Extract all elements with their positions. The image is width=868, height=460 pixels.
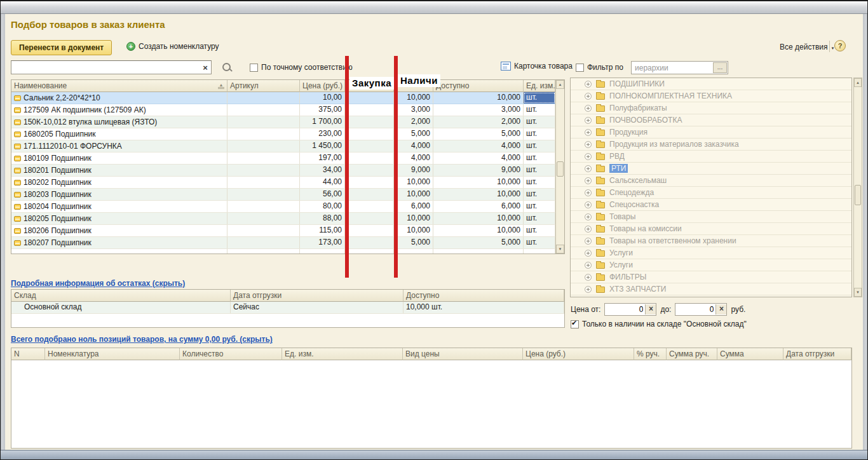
price-to-input[interactable] [675,305,715,314]
expand-icon[interactable] [585,81,592,88]
table-row[interactable]: 180203 Подшипник56,0010,00010,000шт. [11,189,555,201]
expand-icon[interactable] [585,250,592,257]
tree-item[interactable]: ПОЛНОКОМПЛЕКТНАЯ ТЕХНИКА [571,90,851,102]
expand-icon[interactable] [585,117,592,124]
tree-item[interactable]: Товары на ответственном хранении [571,235,851,247]
tree-item[interactable]: Спецоснастка [571,199,851,211]
scroll-up-button[interactable] [556,80,564,89]
expand-icon[interactable] [585,177,592,184]
expand-icon[interactable] [585,189,592,196]
table-row[interactable]: 180205 Подшипник88,0010,00010,000шт. [11,213,555,225]
column-header[interactable]: Доступно [403,290,564,302]
table-row[interactable]: 180202 Подшипник44,0010,00010,000шт. [11,177,555,189]
tree-item[interactable]: Продукция из материалов заказчика [571,139,851,151]
clear-price-icon[interactable] [645,304,656,315]
create-nomenclature-button[interactable]: + Создать номенклатуру [126,42,219,51]
column-header[interactable]: Ед. изм. [282,348,403,360]
tree-item[interactable]: ПОДШИПНИКИ [571,78,851,90]
tree-item[interactable]: РТИ [571,163,851,175]
ellipsis-button[interactable]: ... [713,62,727,73]
selection-summary-link[interactable]: Всего подобрано ноль позиций товаров, на… [11,335,273,344]
column-header[interactable]: Артикул [227,80,300,92]
tree-item[interactable]: РВД [571,151,851,163]
checkbox-icon[interactable] [250,64,258,72]
exact-match-checkbox[interactable]: По точному соответствию [250,63,353,72]
cell-available: 3,000 [433,104,524,116]
column-header[interactable]: Вид цены [403,348,523,360]
checkbox-checked-icon[interactable] [571,320,579,328]
tree-item[interactable]: Сальсксельмаш [571,175,851,187]
column-header[interactable]: N [11,348,45,360]
filter-by-checkbox[interactable]: Фильтр по [576,63,623,72]
tree-item[interactable]: Услуги [571,259,851,271]
table-row[interactable]: Сальник 2,2-20*42*1010,0010,00010,000шт. [11,92,555,104]
tree-item[interactable]: Услуги [571,247,851,259]
expand-icon[interactable] [585,226,592,233]
clear-search-icon[interactable] [200,63,211,72]
column-header[interactable]: Номенклатура [45,348,180,360]
column-header[interactable]: Ед. изм. [524,80,555,92]
table-row[interactable]: 171.1112010-01 ФОРСУНКА1 450,004,0004,00… [11,140,555,152]
column-header[interactable]: Цена (руб.) [300,80,345,92]
scrollbar-thumb[interactable] [557,161,564,177]
table-row[interactable]: 180204 Подшипник80,006,0006,000шт. [11,201,555,213]
clear-price-icon[interactable] [715,304,726,315]
search-input[interactable] [11,62,200,73]
table-row[interactable]: 180206 Подшипник115,0010,00010,000шт. [11,225,555,237]
tree-item[interactable]: Полуфабрикаты [571,102,851,114]
tree-item[interactable]: ФИЛЬТРЫ [571,271,851,283]
help-button[interactable]: ? [834,40,846,51]
column-header[interactable]: Склад [11,290,231,302]
table-row[interactable]: 180201 Подшипник34,009,0009,000шт. [11,165,555,177]
only-in-stock-checkbox[interactable]: Только в наличии на складе "Основной скл… [571,320,747,328]
expand-icon[interactable] [585,105,592,112]
scroll-down-button[interactable] [854,288,862,297]
search-icon[interactable] [222,63,232,72]
column-header[interactable]: Доступно [433,80,524,92]
column-header[interactable]: Сумма руч. [667,348,717,360]
table-row[interactable]: 127509 АК подшипник (127509 АК)375,003,0… [11,104,555,116]
table-row[interactable]: 180109 Подшипник197,004,0004,000шт. [11,152,555,165]
scroll-up-button[interactable] [854,78,862,87]
column-header[interactable]: Дата отгрузки [231,290,403,302]
all-actions-button[interactable]: Все действия [780,43,834,51]
table-row[interactable]: 180207 Подшипник173,005,0005,000шт. [11,237,555,249]
column-header[interactable]: Количество [180,348,282,360]
tree-item[interactable]: Товары на комиссии [571,223,851,235]
column-header[interactable]: Сумма [717,348,783,360]
expand-icon[interactable] [585,286,592,293]
tree-item[interactable]: Спецодежда [571,187,851,199]
expand-icon[interactable] [585,262,592,269]
table-row[interactable]: 1680205 Подшипник230,005,0005,000шт. [11,128,555,140]
cell-stock: 4,000 [394,152,433,164]
transfer-to-document-button[interactable]: Перенести в документ [11,40,112,55]
filter-mode-combo[interactable]: иерархии ... [631,61,728,74]
expand-icon[interactable] [585,238,592,245]
table-row[interactable]: Основной складСейчас10,000 шт. [11,302,564,314]
column-header[interactable]: % руч. [634,348,667,360]
expand-icon[interactable] [585,129,592,136]
tree-item[interactable]: Продукция [571,126,851,139]
expand-icon[interactable] [585,153,592,160]
price-from-input[interactable] [605,305,645,314]
tree-scrollbar[interactable] [853,78,862,297]
column-header[interactable]: Дата отгрузки [783,348,851,360]
checkbox-icon[interactable] [576,64,584,72]
column-header[interactable]: Наименование [11,80,227,92]
scrollbar-thumb[interactable] [855,185,861,205]
expand-icon[interactable] [585,165,592,172]
products-scrollbar[interactable] [555,80,564,254]
product-card-toggle[interactable]: Карточка товара [501,62,573,71]
column-header[interactable]: Цена (руб.) [523,348,634,360]
expand-icon[interactable] [585,141,592,148]
expand-icon[interactable] [585,274,592,281]
expand-icon[interactable] [585,93,592,100]
expand-icon[interactable] [585,213,592,220]
tree-item[interactable]: ПОЧВООБРАБОТКА [571,114,851,126]
tree-item[interactable]: Товары [571,211,851,223]
table-row[interactable]: 150К-10,012 втулка шлицевая (ЯЗТО)1 700,… [11,116,555,128]
stock-details-link[interactable]: Подробная информация об остатках (скрыть… [11,279,185,288]
tree-item[interactable]: ХТЗ ЗАПЧАСТИ [571,283,851,295]
scroll-down-button[interactable] [556,245,564,254]
expand-icon[interactable] [585,201,592,208]
